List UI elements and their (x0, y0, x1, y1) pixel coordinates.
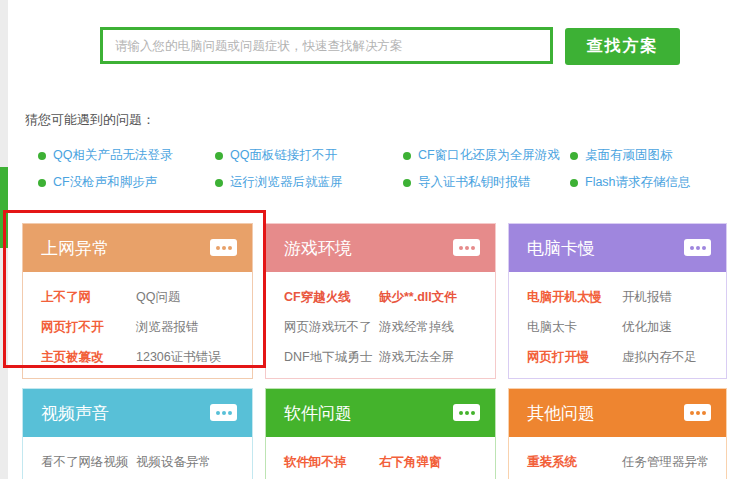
card-title: 软件问题 (284, 402, 352, 425)
card-title: 上网异常 (41, 237, 109, 260)
card-item-link[interactable]: 网页游戏玩不了 (284, 312, 379, 342)
suggest-link-flash-storage[interactable]: Flash请求存储信息 (570, 174, 691, 191)
card-item-link[interactable]: 电脑太卡 (527, 312, 622, 342)
card-item-link[interactable]: 优化加速 (622, 312, 726, 342)
card-title: 其他问题 (527, 402, 595, 425)
card-item-link[interactable]: 网页打开慢 (527, 342, 622, 372)
more-ellipsis-icon[interactable] (210, 239, 237, 256)
card-item-link[interactable]: 游戏无法全屏 (379, 342, 495, 372)
suggest-link-label: QQ相关产品无法登录 (53, 147, 172, 164)
suggest-link-label: Flash请求存储信息 (585, 174, 691, 191)
bullet-icon (38, 179, 46, 187)
card-header[interactable]: 电脑卡慢 (509, 224, 726, 272)
card-header[interactable]: 软件问题 (266, 389, 495, 437)
card-video-audio: 视频声音 看不了网络视频 视频设备异常 (22, 388, 253, 479)
card-item-link[interactable]: 网页打不开 (41, 312, 136, 342)
bullet-icon (38, 152, 46, 160)
problem-search-input[interactable] (100, 27, 553, 64)
suggest-link-desktop-icon[interactable]: 桌面有顽固图标 (570, 147, 673, 164)
card-internet-abnormal: 上网异常 上不了网 QQ问题 网页打不开 浏览器报错 主页被篡改 12306证书… (22, 223, 253, 379)
card-item-list: 重装系统 任务管理器异常 (509, 437, 726, 477)
suggest-link-qq-panel[interactable]: QQ面板链接打不开 (215, 147, 337, 164)
card-item-list: 上不了网 QQ问题 网页打不开 浏览器报错 主页被篡改 12306证书错误 (23, 272, 252, 372)
more-ellipsis-icon[interactable] (453, 404, 480, 421)
card-item-link[interactable]: 右下角弹窗 (379, 447, 495, 477)
more-ellipsis-icon[interactable] (684, 404, 711, 421)
card-header[interactable]: 游戏环境 (266, 224, 495, 272)
bullet-icon (215, 152, 223, 160)
card-item-link[interactable]: 缺少**.dll文件 (379, 282, 495, 312)
card-title: 游戏环境 (284, 237, 352, 260)
bullet-icon (403, 152, 411, 160)
suggest-link-label: 桌面有顽固图标 (585, 147, 673, 164)
suggest-link-label: QQ面板链接打不开 (230, 147, 337, 164)
card-item-link[interactable]: CF穿越火线 (284, 282, 379, 312)
card-item-link[interactable]: 开机报错 (622, 282, 726, 312)
card-item-link[interactable]: 任务管理器异常 (622, 447, 726, 477)
card-item-link[interactable]: 主页被篡改 (41, 342, 136, 372)
card-item-link[interactable]: 上不了网 (41, 282, 136, 312)
card-software-issues: 软件问题 软件卸不掉 右下角弹窗 (265, 388, 496, 479)
card-item-link[interactable]: 电脑开机太慢 (527, 282, 622, 312)
card-item-link[interactable]: 虚拟内存不足 (622, 342, 726, 372)
suggest-link-label: 导入证书私钥时报错 (418, 174, 531, 191)
find-solution-button[interactable]: 查找方案 (565, 28, 680, 65)
card-item-link[interactable]: 12306证书错误 (136, 342, 252, 372)
suggest-link-cf-window[interactable]: CF窗口化还原为全屏游戏 (403, 147, 560, 164)
left-edge-green-indicator (0, 167, 8, 248)
suggested-problems-title: 猜您可能遇到的问题： (25, 111, 155, 129)
suggest-link-label: 运行浏览器后就蓝屏 (230, 174, 343, 191)
suggest-link-browser-bluescreen[interactable]: 运行浏览器后就蓝屏 (215, 174, 343, 191)
card-item-link[interactable]: 游戏经常掉线 (379, 312, 495, 342)
more-ellipsis-icon[interactable] (210, 404, 237, 421)
suggest-link-qq-login[interactable]: QQ相关产品无法登录 (38, 147, 172, 164)
card-title: 电脑卡慢 (527, 237, 595, 260)
more-ellipsis-icon[interactable] (453, 239, 480, 256)
bullet-icon (570, 179, 578, 187)
card-item-link[interactable]: 重装系统 (527, 447, 622, 477)
card-item-link[interactable]: DNF地下城勇士 (284, 342, 379, 372)
card-item-link[interactable]: 视频设备异常 (136, 447, 252, 477)
suggest-link-label: CF窗口化还原为全屏游戏 (418, 147, 560, 164)
card-header[interactable]: 上网异常 (23, 224, 252, 272)
card-title: 视频声音 (41, 402, 109, 425)
card-header[interactable]: 其他问题 (509, 389, 726, 437)
suggest-link-cert-import[interactable]: 导入证书私钥时报错 (403, 174, 531, 191)
card-item-link[interactable]: 浏览器报错 (136, 312, 252, 342)
card-item-link[interactable]: QQ问题 (136, 282, 252, 312)
bullet-icon (403, 179, 411, 187)
more-ellipsis-icon[interactable] (684, 239, 711, 256)
card-other-issues: 其他问题 重装系统 任务管理器异常 (508, 388, 727, 479)
bullet-icon (570, 152, 578, 160)
help-page: 查找方案 猜您可能遇到的问题： QQ相关产品无法登录 QQ面板链接打不开 CF窗… (0, 0, 730, 479)
bullet-icon (215, 179, 223, 187)
card-item-list: 电脑开机太慢 开机报错 电脑太卡 优化加速 网页打开慢 虚拟内存不足 (509, 272, 726, 372)
card-computer-slow: 电脑卡慢 电脑开机太慢 开机报错 电脑太卡 优化加速 网页打开慢 虚拟内存不足 (508, 223, 727, 379)
card-item-link[interactable]: 看不了网络视频 (41, 447, 136, 477)
card-item-list: 看不了网络视频 视频设备异常 (23, 437, 252, 477)
suggest-link-cf-sound[interactable]: CF没枪声和脚步声 (38, 174, 157, 191)
card-header[interactable]: 视频声音 (23, 389, 252, 437)
card-item-list: CF穿越火线 缺少**.dll文件 网页游戏玩不了 游戏经常掉线 DNF地下城勇… (266, 272, 495, 372)
card-item-link[interactable]: 软件卸不掉 (284, 447, 379, 477)
card-item-list: 软件卸不掉 右下角弹窗 (266, 437, 495, 477)
suggest-link-label: CF没枪声和脚步声 (53, 174, 157, 191)
card-game-environment: 游戏环境 CF穿越火线 缺少**.dll文件 网页游戏玩不了 游戏经常掉线 DN… (265, 223, 496, 379)
